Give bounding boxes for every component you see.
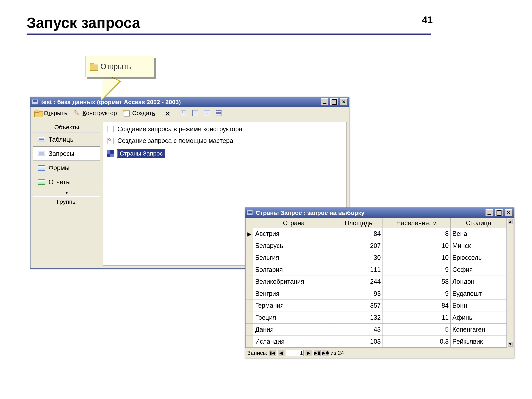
table-row[interactable]: Греция13211Афины [246,311,507,324]
sidebar-header-objects[interactable]: Объекты [33,122,100,133]
nav-new-button[interactable]: ▶✱ [322,350,329,356]
sidebar-header-groups[interactable]: Группы [33,196,100,207]
cell-capital[interactable]: Копенгаген [450,324,507,336]
cell-pop[interactable]: 8 [382,228,450,240]
table-row[interactable]: Болгария1119София [246,264,507,276]
cell-country[interactable]: Болгария [253,264,334,276]
cell-area[interactable]: 132 [334,311,383,324]
cell-area[interactable]: 244 [334,276,383,288]
col-header-country[interactable]: Страна [253,218,334,228]
toolbar-open-button[interactable]: Открыть [33,109,69,117]
cell-area[interactable]: 357 [334,300,383,312]
cell-area[interactable]: 84 [334,228,383,240]
sidebar-item-forms[interactable]: Формы [33,161,100,175]
row-selector[interactable] [246,252,253,264]
scroll-down-button[interactable]: ▼ [507,342,513,347]
toolbar-view-small-button[interactable]: ▫ [191,110,200,117]
cell-area[interactable]: 30 [334,252,383,264]
row-selector[interactable] [246,240,253,252]
cell-capital[interactable]: Минск [450,240,507,252]
row-selector-header[interactable] [246,218,253,228]
list-item-selected-query[interactable]: Страны Запрос [106,148,343,159]
toolbar-view-details-button[interactable] [214,110,223,117]
list-item-create-wizard[interactable]: Создание запроса с помощью мастера [106,136,343,146]
toolbar-delete-button[interactable] [163,109,172,117]
cell-pop[interactable]: 10 [382,240,450,252]
list-item-create-designer[interactable]: Создание запроса в режиме конструктора [106,124,343,134]
cell-area[interactable]: 111 [334,264,383,276]
row-selector[interactable] [246,336,253,348]
row-selector[interactable] [246,276,253,288]
col-header-pop[interactable]: Население, м [382,218,450,228]
row-selector[interactable] [246,288,253,300]
toolbar-create-button[interactable]: Создать [121,109,156,117]
cell-area[interactable]: 103 [334,336,383,348]
table-row[interactable]: Германия35784Бонн [246,300,507,312]
sidebar-item-tables[interactable]: Таблицы [33,133,100,147]
cell-pop[interactable]: 9 [382,288,450,300]
nav-last-button[interactable]: ▶▮ [314,350,321,356]
minimize-button[interactable] [486,209,493,216]
cell-pop[interactable]: 84 [382,300,450,312]
maximize-button[interactable] [495,209,503,216]
cell-country[interactable]: Бельгия [253,252,334,264]
close-button[interactable] [505,209,513,216]
col-header-area[interactable]: Площадь [334,218,383,228]
toolbar-view-list-button[interactable] [203,110,211,117]
table-row[interactable]: Великобритания24458Лондон [246,276,507,288]
col-header-capital[interactable]: Столица [450,218,507,228]
cell-capital[interactable]: Афины [450,311,507,324]
db-titlebar[interactable]: test : база данных (формат Access 2002 -… [31,97,349,107]
table-row[interactable]: Дания435Копенгаген [246,324,507,336]
sidebar-item-reports[interactable]: Отчеты [33,175,100,189]
cell-pop[interactable]: 5 [382,324,450,336]
cell-pop[interactable]: 9 [382,264,450,276]
sidebar-more[interactable]: ▾ [33,189,100,196]
row-selector[interactable] [246,228,253,240]
cell-capital[interactable]: Будапешт [450,288,507,300]
cell-pop[interactable]: 11 [382,311,450,324]
row-selector[interactable] [246,300,253,312]
row-selector[interactable] [246,311,253,324]
table-row[interactable]: Бельгия3010Брюссель [246,252,507,264]
close-button[interactable] [340,98,348,106]
cell-pop[interactable]: 58 [382,276,450,288]
cell-country[interactable]: Дания [253,324,334,336]
cell-pop[interactable]: 10 [382,252,450,264]
cell-pop[interactable]: 0,3 [382,336,450,348]
cell-country[interactable]: Исландия [253,336,334,348]
maximize-button[interactable] [330,98,338,106]
nav-current-input[interactable] [286,350,304,356]
table-row[interactable]: Беларусь20710Минск [246,240,507,252]
cell-capital[interactable]: София [450,264,507,276]
toolbar-view-large-button[interactable]: □ [179,110,188,117]
cell-country[interactable]: Греция [253,311,334,324]
vertical-scrollbar[interactable]: ▲ ▼ [507,218,513,348]
row-selector[interactable] [246,264,253,276]
cell-country[interactable]: Венгрия [253,288,334,300]
cell-country[interactable]: Беларусь [253,240,334,252]
minimize-button[interactable] [321,98,329,106]
cell-area[interactable]: 93 [334,288,383,300]
cell-capital[interactable]: Бонн [450,300,507,312]
cell-capital[interactable]: Лондон [450,276,507,288]
cell-capital[interactable]: Рейкьявик [450,336,507,348]
scroll-up-button[interactable]: ▲ [507,219,513,224]
nav-first-button[interactable]: ▮◀ [269,350,276,356]
cell-country[interactable]: Австрия [253,228,334,240]
table-row[interactable]: Австрия848Вена [246,228,507,240]
nav-next-button[interactable]: ▶ [305,350,312,356]
nav-prev-button[interactable]: ◀ [277,350,285,356]
query-titlebar[interactable]: Страны Запрос : запрос на выборку [245,208,514,218]
cell-capital[interactable]: Брюссель [450,252,507,264]
cell-capital[interactable]: Вена [450,228,507,240]
table-row[interactable]: Исландия1030,3Рейкьявик [246,336,507,348]
cell-area[interactable]: 207 [334,240,383,252]
row-selector[interactable] [246,324,253,336]
cell-country[interactable]: Великобритания [253,276,334,288]
cell-area[interactable]: 43 [334,324,383,336]
sidebar-item-queries[interactable]: Запросы [33,147,100,161]
table-row[interactable]: Венгрия939Будапешт [246,288,507,300]
result-grid[interactable]: Страна Площадь Население, м Столица Авст… [245,218,507,348]
toolbar-designer-button[interactable]: Конструктор [72,109,119,117]
